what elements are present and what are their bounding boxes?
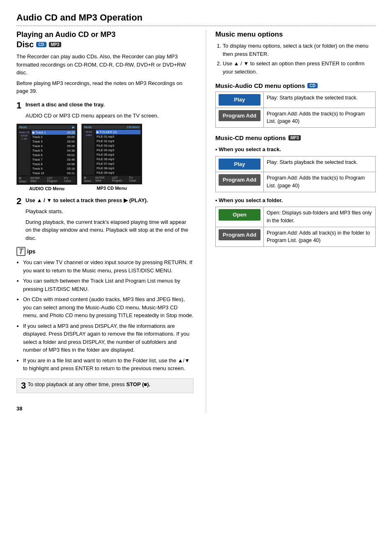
mp3-open-btn-cell: Open [216, 207, 264, 227]
disc-label: Disc [16, 40, 34, 49]
audio-row-5: Track 504:38 [32, 148, 76, 153]
step3-box: 3 To stop playback at any other time, pr… [16, 378, 194, 393]
step1-title: Insert a disc and close the tray. [25, 101, 105, 108]
mp3-cd-menu-header: Music135 Items [83, 125, 141, 129]
intro-p1: The Recorder can play audio CDs. Also, t… [16, 53, 194, 77]
mp3-row-7: FILE 07.mp3 [96, 161, 141, 166]
tip-1: You can view TV channel or video input s… [23, 258, 194, 274]
mp3-programadd-btn[interactable]: Program Add [219, 174, 261, 186]
right-section-title: Music menu options [215, 30, 376, 39]
divider [16, 25, 376, 26]
mp3-play-btn-cell: Play [216, 156, 264, 172]
audio-play-btn[interactable]: Play [219, 94, 261, 106]
step2-heading: 2 Use ▲ / ▼ to select a track then press… [16, 197, 194, 206]
audio-play-desc: Play: Starts playback the selected track… [263, 92, 375, 108]
mp3-track-options-table: Play Play: Starts playback the selected … [215, 156, 376, 192]
mp3-folder-programadd-row: Program Add Program Add: Adds all track(… [216, 227, 376, 247]
step3-title: To stop playback at any other time, pres… [28, 381, 125, 387]
audio-row-10: Track 1004:11 [32, 171, 76, 175]
audio-cd-menu-box: Music▶ Audio CD 0:3/10 C 36 ▶ Track 104:… [16, 124, 77, 185]
audio-play-btn-cell: Play [216, 92, 264, 108]
mp3-row-8: FILE 08.mp3 [96, 166, 141, 170]
page-container: Audio CD and MP3 Operation Playing an Au… [16, 12, 376, 412]
left-column: Playing an Audio CD or MP3 Disc CD MP3 T… [16, 30, 194, 412]
mp3-folder-programadd-btn[interactable]: Program Add [219, 229, 261, 241]
audio-row-9: Track 905:18 [32, 166, 76, 171]
mp3-row-5: FILE 05.mp3 [96, 152, 141, 157]
mp3-open-desc: Open: Displays sub-folders and MP3 files… [263, 207, 375, 227]
menu-step-1: To display menu options, select a tack (… [223, 42, 376, 58]
page-title: Audio CD and MP3 Operation [16, 12, 376, 23]
step2-num: 2 [16, 197, 24, 206]
tip-3: On CDs with mixed content (audio tracks,… [23, 295, 194, 320]
mp3-cd-menu-wrapper: Music135 Items 00:00 1/361 ▶ FOLDER (0) [81, 124, 142, 191]
mp3-row-3: FILE 03.mp3 [96, 143, 141, 148]
step1-heading: 1 Insert a disc and close the tray. [16, 101, 194, 110]
mp3-programadd-row: Program Add Program Add: Adds the track(… [216, 172, 376, 192]
mp3-folder-options-table: Open Open: Displays sub-folders and MP3 … [215, 207, 376, 247]
audio-row-7: Track 703:48 [32, 157, 76, 162]
audio-cd-options-table: Play Play: Starts playback the selected … [215, 92, 376, 128]
tip-4: If you select a MP3 and press DISPLAY, t… [23, 322, 194, 354]
mp3-row-2: FILE 02.mp3 [96, 139, 141, 143]
step1-num: 1 [16, 101, 24, 110]
mp3-row-4: FILE 04.mp3 [96, 148, 141, 152]
mp3-folder-programadd-desc: Program Add: Adds all track(s) in the fo… [263, 227, 375, 247]
audio-row-4: Track 405:26 [32, 144, 76, 148]
audio-row-8: Track 804:58 [32, 162, 76, 166]
audio-row-6: Track 605:01 [32, 153, 76, 157]
disc-line: Disc CD MP3 [16, 40, 194, 49]
audio-cd-menu-header: Music▶ [18, 125, 76, 129]
mp3-cd-label: MP3 CD Menu [97, 186, 127, 191]
mp3-play-row: Play Play: Starts playback the selected … [216, 156, 376, 172]
audio-cd-options-badge: CD [307, 83, 317, 88]
tips-label: ips [27, 248, 35, 255]
mp3-open-btn[interactable]: Open [219, 209, 261, 221]
audio-row-1: ▶ Track 104:25 [32, 130, 76, 135]
cd-badge: CD [36, 42, 46, 47]
menu-screenshots: Music▶ Audio CD 0:3/10 C 36 ▶ Track 104:… [16, 124, 194, 191]
mp3-open-row: Open Open: Displays sub-folders and MP3 … [216, 207, 376, 227]
step2-body2: During playback, the current track's ela… [25, 218, 194, 242]
mp3-row-folder: ▶ FOLDER (0) [96, 130, 141, 134]
audio-row-2: Track 203:00 [32, 135, 76, 139]
audio-cd-options-title: Music-Audio CD menu options CD [215, 82, 376, 89]
mp3-cd-options-badge: MP3 [288, 135, 301, 140]
tips-icon: T [16, 247, 25, 256]
tip-5: If you are in a file list and want to re… [23, 357, 194, 373]
mp3-play-desc: Play: Starts playback the selected track… [263, 156, 375, 172]
page-number: 38 [16, 405, 194, 412]
audio-play-row: Play Play: Starts playback the selected … [216, 92, 376, 108]
tips-box: T ips You can view TV channel or video i… [16, 247, 194, 373]
audio-cd-menu-wrapper: Music▶ Audio CD 0:3/10 C 36 ▶ Track 104:… [16, 124, 77, 191]
audio-programadd-desc: Program Add: Adds the track(s) to Progra… [263, 108, 375, 128]
when-folder-label: • When you select a folder. [215, 196, 376, 205]
mp3-badge: MP3 [49, 42, 62, 47]
step2-title: Use ▲ / ▼ to select a track then press ▶… [25, 197, 148, 204]
right-column: Music menu options To display menu optio… [206, 30, 376, 412]
step2-body: Playback starts. During playback, the cu… [25, 207, 194, 242]
mp3-row-1: FILE 01.mp3 [96, 134, 141, 139]
mp3-folder-programadd-btn-cell: Program Add [216, 227, 264, 247]
mp3-row-6: FILE 06.mp3 [96, 157, 141, 161]
step3-num: 3 [21, 381, 26, 390]
step3-content: To stop playback at any other time, pres… [28, 381, 150, 387]
music-menu-steps: To display menu options, select a tack (… [215, 42, 376, 76]
mp3-row-9: FILE 09.mp3 [96, 170, 141, 175]
tips-heading: T ips [16, 247, 194, 256]
audio-programadd-row: Program Add Program Add: Adds the track(… [216, 108, 376, 128]
tip-2: You can switch between the Track List an… [23, 277, 194, 293]
audio-programadd-btn[interactable]: Program Add [219, 110, 261, 122]
menu-step-2: Use ▲ / ▼ to select an option then press… [223, 60, 376, 76]
when-track-label: • When you select a track. [215, 145, 376, 154]
step2-body1: Playback starts. [25, 207, 194, 216]
audio-row-3: Track 305:00 [32, 139, 76, 144]
mp3-programadd-btn-cell: Program Add [216, 172, 264, 192]
mp3-play-btn[interactable]: Play [219, 159, 261, 170]
audio-programadd-btn-cell: Program Add [216, 108, 264, 128]
mp3-programadd-desc: Program Add: Adds the track(s) to Progra… [263, 172, 375, 192]
tips-list: You can view TV channel or video input s… [16, 258, 194, 373]
step3-body: STOP (■). [126, 381, 150, 387]
audio-cd-menu-footer: ⊠ SelectENTER MarkLIST ProgramP's Close [18, 176, 76, 183]
mp3-cd-menu-box: Music135 Items 00:00 1/361 ▶ FOLDER (0) [81, 124, 142, 184]
